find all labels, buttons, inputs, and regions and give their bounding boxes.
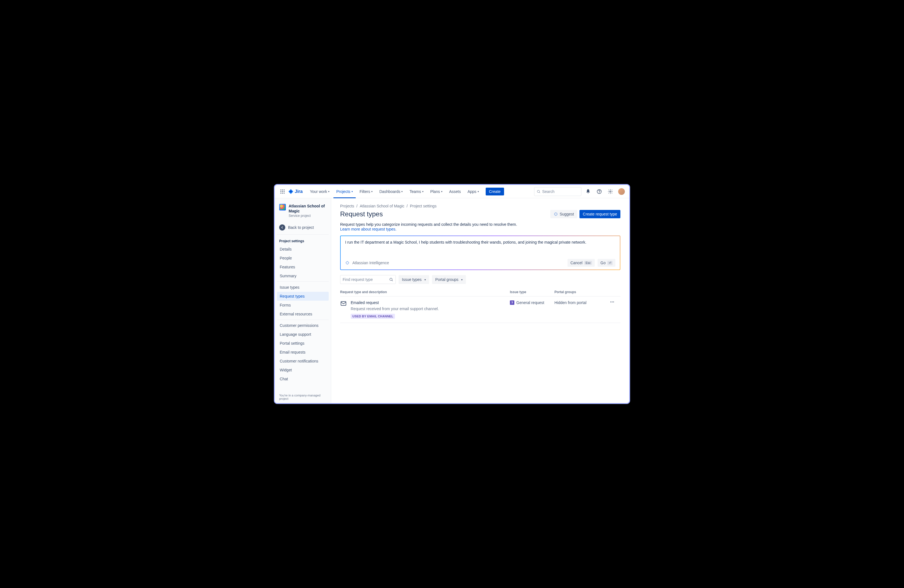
sidebar-item-details[interactable]: Details bbox=[277, 245, 329, 254]
svg-point-8 bbox=[284, 193, 284, 193]
crumb-project-name[interactable]: Atlassian School of Magic bbox=[360, 204, 404, 208]
table-header: Request type and description Issue type … bbox=[340, 290, 620, 297]
search-icon bbox=[537, 189, 541, 194]
sidebar-item-people[interactable]: People bbox=[277, 254, 329, 262]
sidebar-item-customer-notifications[interactable]: Customer notifications bbox=[277, 357, 329, 365]
ai-label: Atlassian Intelligence bbox=[352, 261, 389, 265]
nav-apps[interactable]: Apps▾ bbox=[465, 185, 482, 198]
ai-go-button[interactable]: Go⏎ bbox=[597, 259, 615, 267]
svg-line-15 bbox=[392, 280, 393, 281]
ai-prompt-text[interactable]: I run the IT department at a Magic Schoo… bbox=[345, 239, 615, 257]
page-description: Request types help you categorize incomi… bbox=[340, 222, 620, 227]
th-request-type: Request type and description bbox=[340, 290, 510, 294]
ai-prompt-box: I run the IT department at a Magic Schoo… bbox=[340, 236, 620, 270]
sidebar-item-forms[interactable]: Forms bbox=[277, 301, 329, 310]
brand-text: Jira bbox=[295, 189, 303, 194]
filter-issue-types[interactable]: Issue types▾ bbox=[398, 275, 429, 284]
jira-icon bbox=[288, 189, 294, 194]
svg-point-3 bbox=[281, 191, 281, 192]
svg-point-2 bbox=[284, 189, 284, 190]
sidebar-item-email-requests[interactable]: Email requests bbox=[277, 348, 329, 357]
sidebar-item-summary[interactable]: Summary bbox=[277, 272, 329, 280]
create-request-type-button[interactable]: Create request type bbox=[580, 210, 620, 218]
sidebar-item-chat[interactable]: Chat bbox=[277, 375, 329, 383]
nav-plans[interactable]: Plans▾ bbox=[428, 185, 445, 198]
learn-more-link[interactable]: Learn more about request types. bbox=[340, 227, 396, 231]
crumb-project-settings[interactable]: Project settings bbox=[410, 204, 437, 208]
nav-projects[interactable]: Projects▾ bbox=[333, 185, 356, 198]
nav-dashboards[interactable]: Dashboards▾ bbox=[376, 185, 406, 198]
find-request-type-input[interactable] bbox=[340, 275, 396, 284]
request-title: Emailed request bbox=[351, 300, 439, 305]
th-portal-groups: Portal groups bbox=[555, 290, 609, 294]
email-channel-badge: USED BY EMAIL CHANNEL bbox=[351, 314, 395, 319]
svg-point-13 bbox=[610, 191, 611, 192]
main-content: Projects / Atlassian School of Magic / P… bbox=[331, 198, 629, 403]
window-resize-handle[interactable] bbox=[629, 291, 630, 297]
portal-group-value: Hidden from portal bbox=[555, 300, 609, 305]
global-search[interactable] bbox=[534, 187, 582, 196]
svg-point-14 bbox=[390, 278, 392, 281]
svg-point-7 bbox=[282, 193, 283, 193]
svg-point-6 bbox=[281, 193, 281, 193]
ai-sparkle-icon bbox=[345, 261, 349, 265]
th-issue-type: Issue type bbox=[510, 290, 555, 294]
sidebar-item-portal-settings[interactable]: Portal settings bbox=[277, 339, 329, 348]
suggest-button[interactable]: Suggest bbox=[550, 210, 577, 218]
page-title: Request types bbox=[340, 210, 550, 218]
table-row[interactable]: Emailed request Request received from yo… bbox=[340, 297, 620, 323]
sidebar-item-external-resources[interactable]: External resources bbox=[277, 310, 329, 318]
row-more-button[interactable] bbox=[609, 300, 620, 303]
issue-type-icon: ? bbox=[510, 300, 514, 305]
sidebar-footer: You're in a company-managed project bbox=[277, 391, 329, 403]
app-switcher-icon[interactable] bbox=[279, 188, 286, 195]
sidebar-item-features[interactable]: Features bbox=[277, 262, 329, 272]
svg-point-5 bbox=[284, 191, 284, 192]
ai-cancel-button[interactable]: CancelEsc bbox=[567, 259, 595, 267]
issue-type-label: General request bbox=[516, 300, 544, 305]
sparkle-icon bbox=[553, 212, 558, 217]
nav-your-work[interactable]: Your work▾ bbox=[307, 185, 332, 198]
svg-point-0 bbox=[281, 189, 281, 190]
project-subtitle: Service project bbox=[289, 214, 327, 218]
back-to-project[interactable]: Back to project bbox=[277, 221, 329, 233]
svg-point-4 bbox=[282, 191, 283, 192]
help-icon[interactable] bbox=[595, 187, 604, 196]
sidebar-item-customer-permissions[interactable]: Customer permissions bbox=[277, 321, 329, 330]
sidebar-item-language-support[interactable]: Language support bbox=[277, 330, 329, 339]
request-description: Request received from your email support… bbox=[351, 307, 439, 311]
search-input[interactable] bbox=[542, 189, 579, 194]
nav-assets[interactable]: Assets bbox=[446, 185, 464, 198]
user-avatar[interactable] bbox=[618, 188, 625, 195]
create-button[interactable]: Create bbox=[486, 188, 504, 196]
sidebar-item-widget[interactable]: Widget bbox=[277, 365, 329, 375]
top-nav: Jira Your work▾ Projects▾ Filters▾ Dashb… bbox=[275, 185, 629, 198]
svg-point-1 bbox=[282, 189, 283, 190]
filter-portal-groups[interactable]: Portal groups▾ bbox=[432, 275, 466, 284]
svg-point-9 bbox=[537, 190, 539, 192]
settings-icon[interactable] bbox=[606, 187, 615, 196]
breadcrumb: Projects / Atlassian School of Magic / P… bbox=[340, 204, 620, 208]
notifications-icon[interactable] bbox=[584, 187, 593, 196]
sidebar-section-title: Project settings bbox=[277, 236, 329, 245]
sidebar-item-request-types[interactable]: Request types bbox=[277, 292, 329, 301]
nav-filters[interactable]: Filters▾ bbox=[357, 185, 375, 198]
back-arrow-icon bbox=[279, 224, 285, 231]
email-icon bbox=[340, 300, 347, 307]
crumb-projects[interactable]: Projects bbox=[340, 204, 354, 208]
nav-teams[interactable]: Teams▾ bbox=[407, 185, 426, 198]
project-icon bbox=[279, 204, 286, 210]
search-icon bbox=[389, 277, 393, 282]
svg-line-10 bbox=[539, 192, 540, 193]
project-header[interactable]: Atlassian School of Magic Service projec… bbox=[277, 203, 329, 220]
sidebar-item-issue-types[interactable]: Issue types bbox=[277, 283, 329, 292]
sidebar: Atlassian School of Magic Service projec… bbox=[275, 198, 331, 403]
jira-logo[interactable]: Jira bbox=[288, 189, 303, 194]
project-title: Atlassian School of Magic bbox=[289, 204, 327, 213]
